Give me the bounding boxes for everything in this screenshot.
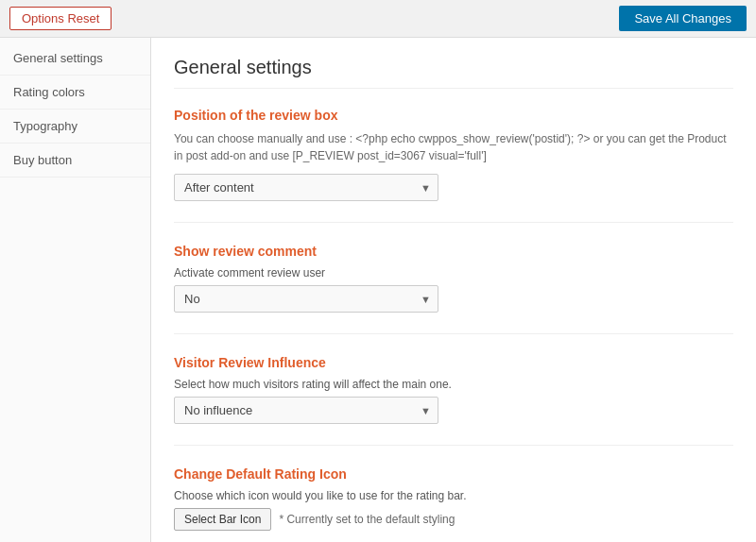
- main-layout: General settings Rating colors Typograph…: [0, 38, 756, 542]
- page-title: General settings: [174, 57, 733, 89]
- icon-row: Select Bar Icon * Currently set to the d…: [174, 508, 733, 531]
- section-position: Position of the review box You can choos…: [174, 108, 733, 223]
- default-styling-note: * Currently set to the default styling: [279, 513, 455, 526]
- section-title-position: Position of the review box: [174, 108, 733, 123]
- section-label-influence: Select how much visitors rating will aff…: [174, 378, 733, 391]
- section-influence: Visitor Review Influence Select how much…: [174, 355, 733, 446]
- select-bar-icon-button[interactable]: Select Bar Icon: [174, 508, 271, 531]
- options-reset-button[interactable]: Options Reset: [9, 7, 112, 30]
- influence-select-wrapper: No influence Low influence Medium influe…: [174, 397, 438, 424]
- position-select-wrapper: After content Before content Manually ▼: [174, 174, 438, 201]
- section-label-icon: Choose which icon would you like to use …: [174, 489, 733, 502]
- section-title-comment: Show review comment: [174, 244, 733, 259]
- section-icon: Change Default Rating Icon Choose which …: [174, 466, 733, 542]
- sidebar: General settings Rating colors Typograph…: [0, 38, 151, 542]
- save-all-button[interactable]: Save All Changes: [619, 6, 747, 31]
- comment-select-wrapper: No Yes ▼: [174, 285, 438, 313]
- section-label-comment: Activate comment review user: [174, 266, 733, 279]
- sidebar-item-rating-colors[interactable]: Rating colors: [0, 76, 150, 110]
- sidebar-item-typography[interactable]: Typography: [0, 110, 150, 144]
- sidebar-item-general[interactable]: General settings: [0, 42, 150, 76]
- position-select[interactable]: After content Before content Manually: [174, 174, 438, 201]
- influence-select[interactable]: No influence Low influence Medium influe…: [174, 397, 438, 424]
- section-comment: Show review comment Activate comment rev…: [174, 244, 733, 334]
- sidebar-item-buy-button[interactable]: Buy button: [0, 144, 150, 178]
- comment-select[interactable]: No Yes: [174, 285, 438, 313]
- section-title-influence: Visitor Review Influence: [174, 355, 733, 370]
- top-bar: Options Reset Save All Changes: [0, 0, 756, 38]
- section-title-icon: Change Default Rating Icon: [174, 466, 733, 482]
- section-desc-position: You can choose manually and use : <?php …: [174, 130, 733, 164]
- main-content: General settings Position of the review …: [151, 38, 756, 542]
